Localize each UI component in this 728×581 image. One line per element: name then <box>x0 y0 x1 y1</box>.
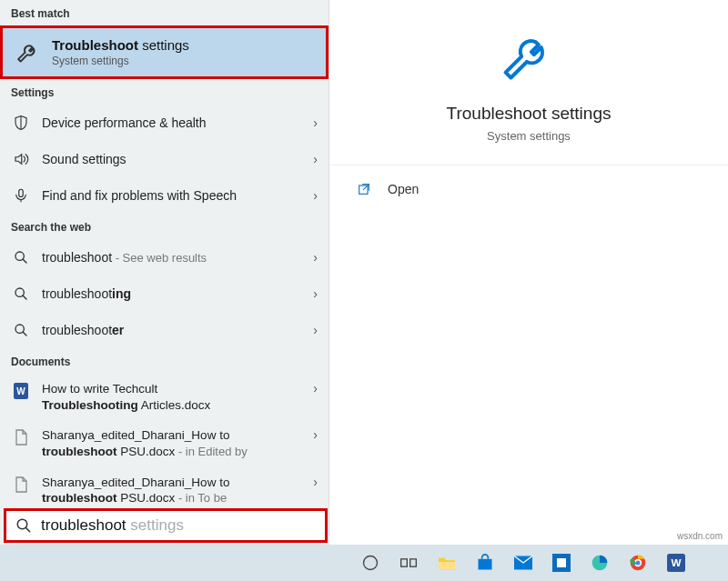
open-label: Open <box>388 182 419 196</box>
open-action[interactable]: Open <box>329 165 728 213</box>
best-match-text: Troubleshoot settings System settings <box>52 37 189 67</box>
svg-point-19 <box>636 561 641 566</box>
svg-rect-9 <box>401 559 408 566</box>
svg-rect-11 <box>439 562 455 569</box>
settings-item-label: Device performance & health <box>42 115 313 131</box>
settings-item-sound[interactable]: Sound settings › <box>0 141 329 177</box>
task-view-icon[interactable] <box>393 549 424 576</box>
search-results-panel: Best match Troubleshoot settings System … <box>0 0 329 546</box>
best-match-item[interactable]: Troubleshoot settings System settings <box>3 28 326 76</box>
shield-icon <box>11 115 31 131</box>
web-result-label: troubleshoot - See web results <box>42 249 313 266</box>
wrench-icon <box>497 25 561 89</box>
search-icon <box>11 286 31 301</box>
web-result-label: troubleshooter <box>42 322 313 338</box>
word-icon: W <box>11 383 31 399</box>
document-icon <box>11 429 31 446</box>
speaker-icon <box>11 151 31 167</box>
document-icon <box>11 476 31 493</box>
chevron-right-icon: › <box>313 115 318 130</box>
watermark: wsxdn.com <box>677 531 723 541</box>
section-web: Search the web <box>0 214 329 239</box>
web-result-label: troubleshooting <box>42 285 313 302</box>
wrench-icon <box>14 38 43 67</box>
document-result-0[interactable]: W How to write Techcult Troubleshooting … <box>0 374 329 420</box>
preview-subtitle: System settings <box>339 129 719 143</box>
document-label: Sharanya_edited_Dharani_How to troublesh… <box>42 475 313 506</box>
svg-text:W: W <box>671 556 681 568</box>
document-result-2[interactable]: Sharanya_edited_Dharani_How to troublesh… <box>0 467 329 514</box>
file-explorer-icon[interactable] <box>431 549 462 576</box>
chevron-right-icon: › <box>313 475 318 489</box>
chevron-right-icon: › <box>313 427 318 442</box>
best-match-highlight: Troubleshoot settings System settings <box>0 25 329 79</box>
settings-item-device-performance[interactable]: Device performance & health › <box>0 105 329 141</box>
app-icon[interactable] <box>546 549 577 576</box>
settings-item-label: Sound settings <box>42 151 313 167</box>
search-input[interactable]: troubleshoot settings <box>4 508 328 543</box>
svg-point-8 <box>364 556 378 570</box>
chevron-right-icon: › <box>313 381 318 396</box>
mail-icon[interactable] <box>508 549 539 576</box>
chevron-right-icon: › <box>313 323 318 337</box>
section-settings: Settings <box>0 79 329 105</box>
search-icon <box>11 250 31 265</box>
svg-rect-0 <box>19 189 24 196</box>
chrome-icon[interactable] <box>622 549 653 576</box>
preview-panel: Troubleshoot settings System settings Op… <box>329 0 728 546</box>
search-icon <box>11 323 31 337</box>
web-result-1[interactable]: troubleshooting › <box>0 275 329 312</box>
preview-title: Troubleshoot settings <box>339 104 719 124</box>
svg-rect-10 <box>410 559 417 566</box>
chevron-right-icon: › <box>313 152 318 166</box>
svg-rect-12 <box>479 559 492 570</box>
search-icon <box>15 517 32 534</box>
store-icon[interactable] <box>470 549 500 576</box>
chevron-right-icon: › <box>313 286 318 301</box>
taskbar: W <box>0 545 728 581</box>
svg-text:W: W <box>16 386 25 396</box>
open-icon <box>357 182 375 196</box>
word-icon[interactable]: W <box>661 549 692 576</box>
microphone-icon <box>11 187 31 204</box>
cortana-icon[interactable] <box>355 549 386 576</box>
section-documents: Documents <box>0 348 329 374</box>
document-label: Sharanya_edited_Dharani_How to troublesh… <box>42 427 313 459</box>
search-typed-text: troubleshoot settings <box>41 516 184 535</box>
document-result-1[interactable]: Sharanya_edited_Dharani_How to troublesh… <box>0 420 329 466</box>
web-result-2[interactable]: troubleshooter › <box>0 312 329 348</box>
section-best-match: Best match <box>0 0 329 25</box>
settings-item-label: Find and fix problems with Speech <box>42 187 313 204</box>
settings-item-speech[interactable]: Find and fix problems with Speech › <box>0 177 329 214</box>
chevron-right-icon: › <box>313 188 318 203</box>
document-label: How to write Techcult Troubleshooting Ar… <box>42 381 313 413</box>
edge-icon[interactable] <box>584 549 615 576</box>
chevron-right-icon: › <box>313 250 318 265</box>
svg-rect-15 <box>557 558 566 567</box>
web-result-0[interactable]: troubleshoot - See web results › <box>0 239 329 275</box>
